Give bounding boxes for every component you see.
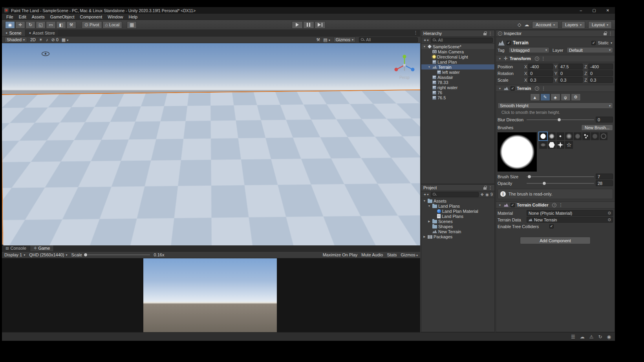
menu-assets[interactable]: Assets: [29, 15, 48, 19]
resolution-dropdown[interactable]: QHD (2560x1440) ▾: [29, 252, 67, 257]
pivot-button[interactable]: ⊙ Pivot: [82, 21, 102, 29]
minimize-button[interactable]: –: [580, 7, 582, 14]
brush-blob-faint[interactable]: [539, 141, 547, 149]
brush-arc-faint[interactable]: [600, 132, 607, 140]
move-tool[interactable]: ✛: [15, 21, 25, 29]
position-x-field[interactable]: -400: [528, 64, 553, 69]
static-checkbox[interactable]: ✓: [591, 41, 596, 45]
brush-circle-fuzzy[interactable]: [565, 132, 573, 140]
lock-icon[interactable]: [483, 33, 487, 35]
object-picker-icon[interactable]: ⊙: [608, 218, 611, 222]
2d-toggle[interactable]: 2D: [30, 37, 36, 42]
cloud-icon[interactable]: ☁: [524, 22, 529, 27]
menu-help[interactable]: Help: [126, 15, 140, 19]
menu-gameobject[interactable]: GameObject: [48, 15, 77, 19]
active-checkbox[interactable]: ✓: [507, 41, 511, 45]
package-visibility-icon[interactable]: ◉: [485, 192, 489, 197]
tree-item-packages[interactable]: ▶Packages: [421, 234, 494, 239]
project-add-button[interactable]: + ▾: [423, 192, 429, 197]
tree-item-76[interactable]: 76: [421, 90, 494, 95]
enable-tree-colliders-checkbox[interactable]: ✓: [549, 224, 554, 229]
camera-settings-dropdown[interactable]: ▤ ▾: [323, 37, 330, 42]
right-water-object[interactable]: [188, 150, 382, 197]
layers-dropdown[interactable]: Layers ▾: [562, 21, 585, 29]
step-button[interactable]: [315, 21, 326, 29]
brush-size-slider[interactable]: [527, 174, 594, 179]
hierarchy-menu-icon[interactable]: ⋮: [488, 31, 492, 36]
warning-icon[interactable]: ⚠: [589, 334, 594, 340]
layout-dropdown[interactable]: Layout ▾: [588, 21, 612, 29]
effects-toggle[interactable]: ⊘ 0: [51, 37, 58, 42]
game-gizmos-dropdown[interactable]: Gizmos ▾: [401, 252, 418, 257]
scene-viewport[interactable]: Persp: [2, 43, 420, 245]
position-y-field[interactable]: 47.5: [558, 64, 583, 69]
tree-item-alasdair[interactable]: Alasdair: [421, 75, 494, 80]
component-menu-icon[interactable]: ⋮: [541, 56, 545, 61]
tree-item-right-water[interactable]: right water: [421, 85, 494, 90]
create-neighbor-tool[interactable]: ▲: [530, 93, 540, 101]
brush-circle-soft[interactable]: [548, 132, 556, 140]
slider-knob[interactable]: [527, 175, 531, 179]
tree-item-land-plan[interactable]: Land Plan: [421, 59, 494, 64]
stats-button[interactable]: Stats: [387, 252, 397, 257]
brush-dot-small[interactable]: [556, 132, 564, 140]
maximize-button[interactable]: ▢: [592, 7, 596, 14]
brush-burst[interactable]: [556, 141, 564, 149]
slider-knob[interactable]: [557, 118, 561, 122]
component-menu-icon[interactable]: ⋮: [541, 86, 545, 91]
cloud-icon[interactable]: ☁: [580, 334, 585, 340]
foldout-arrow-icon[interactable]: ▼: [423, 45, 426, 48]
rotate-tool[interactable]: ↻: [26, 21, 35, 29]
add-component-button[interactable]: Add Component: [520, 237, 591, 244]
maximize-on-play-button[interactable]: Maximize On Play: [323, 252, 358, 257]
tree-item-left-water[interactable]: left water: [421, 69, 494, 75]
grid-dropdown[interactable]: ▦ ▾: [62, 37, 68, 42]
static-flags-dropdown[interactable]: ▾: [611, 41, 612, 45]
scene-orientation-gizmo[interactable]: Persp: [392, 53, 417, 80]
help-icon[interactable]: ?: [535, 86, 539, 91]
tree-item-terrain[interactable]: ▼Terrain: [421, 64, 494, 69]
menu-window[interactable]: Window: [105, 15, 126, 19]
lock-icon[interactable]: [604, 33, 607, 35]
tree-item-land-plans[interactable]: Land Plans: [421, 214, 494, 219]
position-z-field[interactable]: -400: [588, 64, 613, 69]
custom-tool[interactable]: ⚒: [66, 21, 76, 29]
tree-item-78-33[interactable]: 78.33: [421, 80, 494, 85]
opacity-field[interactable]: 28: [596, 180, 613, 186]
menu-component[interactable]: Component: [77, 15, 105, 19]
audio-toggle-icon[interactable]: ♪: [46, 37, 48, 42]
terrain-object[interactable]: [2, 90, 420, 245]
object-name[interactable]: Terrain: [513, 40, 529, 46]
object-picker-icon[interactable]: ⊙: [608, 211, 611, 215]
menu-edit[interactable]: Edit: [16, 15, 29, 19]
paint-details-tool[interactable]: ψ: [561, 93, 571, 101]
rotation-z-field[interactable]: 0: [588, 70, 613, 76]
scale-z-field[interactable]: 0.3: [588, 77, 613, 83]
rotation-y-field[interactable]: 0: [558, 70, 583, 76]
foldout-arrow-icon[interactable]: ▶: [423, 235, 426, 238]
account-dropdown[interactable]: Account ▾: [532, 21, 558, 29]
scale-slider[interactable]: [84, 252, 150, 257]
tree-item-samplescene[interactable]: ▼SampleScene*: [421, 44, 494, 49]
scale-tool[interactable]: ◱: [36, 21, 46, 29]
scene-figure-object[interactable]: [151, 166, 152, 169]
blur-direction-field[interactable]: 0: [596, 117, 613, 122]
brush-hexagon[interactable]: [548, 141, 556, 149]
activity-icon[interactable]: ◉: [607, 334, 611, 340]
inspector-menu-icon[interactable]: ⋮: [608, 31, 613, 36]
view-tool[interactable]: ◉: [5, 21, 15, 29]
tree-item-76-5[interactable]: 76.5: [421, 95, 494, 100]
terrain-settings-tool[interactable]: ⚙: [571, 93, 581, 101]
tab-game[interactable]: ✜Game: [30, 245, 54, 251]
paint-terrain-tool[interactable]: ✎: [540, 93, 550, 101]
brush-size-field[interactable]: 7: [596, 174, 613, 179]
play-button[interactable]: [292, 21, 303, 29]
slider-knob[interactable]: [84, 253, 88, 257]
tree-item-land-plan-material[interactable]: Land Plan Material: [421, 208, 494, 214]
transform-component-header[interactable]: ▼ ✛ Transform ? ⋮: [496, 55, 615, 62]
lighting-toggle-icon[interactable]: ☀: [39, 37, 43, 42]
scene-tools-icon[interactable]: ⚒: [316, 37, 320, 42]
scale-x-field[interactable]: 0.3: [528, 77, 553, 83]
tree-item-directional-light[interactable]: Directional Light: [421, 54, 494, 59]
tab-console[interactable]: ▤Console: [2, 245, 30, 251]
